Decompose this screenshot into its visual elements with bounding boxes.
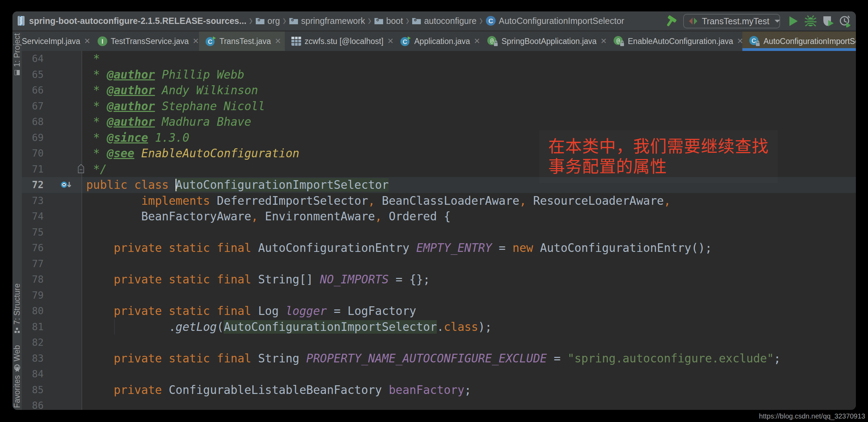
coverage-icon[interactable] [822, 11, 834, 31]
tool-window-stripe: 1: Project7: StructureWebFavorites [12, 32, 22, 410]
watermark: https://blog.csdn.net/qq_32370913 [759, 412, 865, 420]
line-number[interactable]: 84 [22, 366, 82, 382]
override-gutter-icon[interactable] [60, 179, 74, 190]
breadcrumb-item[interactable]: autoconfigure [412, 16, 477, 26]
line-number[interactable]: 81 [22, 319, 82, 335]
line-number[interactable]: 86 [22, 398, 82, 410]
code-line: 84 [22, 366, 856, 382]
code-line: 77 [22, 256, 856, 272]
line-number[interactable]: 77 [22, 256, 82, 272]
annotation-lock-icon: @ [487, 36, 498, 47]
breadcrumb-item[interactable]: org [255, 16, 280, 26]
close-icon[interactable]: ✕ [275, 37, 281, 46]
code-line: 83 private static final String PROPERTY_… [22, 351, 856, 367]
run-config-icon [688, 17, 698, 26]
editor-tab[interactable]: ITestTransService.java✕ [91, 32, 199, 51]
structure-icon [14, 327, 20, 333]
code-editor[interactable]: 64 *65 * @author Phillip Webb66 * @autho… [22, 51, 856, 410]
close-icon[interactable]: ✕ [84, 37, 90, 46]
line-number[interactable]: 70 [22, 146, 82, 161]
editor-tab[interactable]: CAutoConfigurationImportSele [742, 32, 856, 51]
breadcrumb-item[interactable]: CAutoConfigurationImportSelector [486, 16, 624, 26]
build-hammer-icon[interactable] [664, 11, 678, 31]
profiler-icon[interactable] [839, 11, 852, 31]
line-number[interactable]: 68 [22, 114, 82, 130]
line-number[interactable]: 83 [22, 351, 82, 367]
svg-text:C: C [752, 37, 756, 44]
close-icon[interactable]: ✕ [600, 37, 607, 46]
breadcrumb-separator: › [406, 12, 409, 28]
svg-text:C: C [208, 38, 213, 45]
line-number[interactable]: 75 [22, 225, 82, 240]
code-line: 76 private static final AutoConfiguratio… [22, 240, 856, 256]
line-number[interactable]: 76 [22, 240, 82, 256]
indent-guide [114, 319, 115, 335]
breadcrumb-root[interactable]: spring-boot-autoconfigure-2.1.5.RELEASE-… [26, 16, 246, 26]
project-icon [14, 70, 20, 76]
folder-icon [412, 17, 421, 25]
editor-tabs: ServiceImpl.java✕ITestTransService.java✕… [12, 32, 856, 51]
chevron-down-icon [774, 19, 780, 23]
editor-tab[interactable]: zcwfs.stu [@localhost]✕ [285, 32, 394, 51]
code-line: 66 * @author Andy Wilkinson [22, 82, 856, 98]
line-number[interactable]: 78 [22, 272, 82, 288]
svg-text:C: C [403, 38, 407, 45]
svg-text:C: C [488, 17, 493, 25]
line-number[interactable]: 85 [22, 382, 82, 398]
line-number[interactable]: 65 [22, 67, 82, 83]
tool-window-button[interactable]: 7: Structure [12, 283, 22, 333]
line-number[interactable]: 66 [22, 82, 82, 98]
code-line: 82 [22, 335, 856, 351]
editor-tab[interactable]: ServiceImpl.java✕ [12, 32, 91, 51]
class-icon: C [486, 16, 496, 26]
code-line: 80 private static final Log logger = Log… [22, 303, 856, 319]
breadcrumb-separator: › [249, 12, 253, 28]
code-line: 85 private ConfigurableListableBeanFacto… [22, 382, 856, 398]
folder-icon [255, 17, 265, 25]
table-icon [291, 36, 301, 46]
breadcrumb-item[interactable]: boot [374, 16, 403, 26]
debug-icon[interactable] [804, 11, 817, 31]
editor-tab[interactable]: @SpringBootApplication.java✕ [480, 32, 607, 51]
code-line: 79 [22, 288, 856, 304]
line-number[interactable]: 74 [22, 209, 82, 225]
breadcrumb-item[interactable]: springframework [289, 16, 365, 26]
code-line: 78 private static final String[] NO_IMPO… [22, 272, 856, 288]
run-configuration-select[interactable]: TransTest.myTest [683, 14, 780, 28]
code-line: 68 * @author Madhura Bhave [22, 114, 856, 130]
editor-tab[interactable]: @EnableAutoConfiguration.java✕ [607, 32, 742, 51]
breadcrumb-separator: › [368, 12, 371, 28]
code-line: 65 * @author Phillip Webb [22, 67, 856, 83]
code-line: 74 BeanFactoryAware, EnvironmentAware, O… [22, 209, 856, 225]
svg-text:@: @ [616, 37, 620, 44]
code-line: 64 * [22, 51, 856, 67]
line-number[interactable]: 71 [22, 161, 82, 177]
fold-marker-icon[interactable] [77, 164, 85, 174]
annotation-lock-icon: @ [613, 36, 625, 47]
folder-icon [374, 17, 383, 25]
line-number[interactable]: 64 [22, 51, 82, 67]
line-number[interactable]: 80 [22, 303, 82, 319]
text-caret [175, 179, 177, 191]
code-line: 75 [22, 225, 856, 240]
line-number[interactable]: 73 [22, 193, 82, 209]
line-number[interactable]: 79 [22, 288, 82, 304]
tool-window-button[interactable]: Favorites [12, 366, 22, 408]
line-number[interactable]: 69 [22, 130, 82, 146]
tool-window-button[interactable]: 1: Project [12, 33, 22, 76]
class-lock-icon: C [749, 36, 760, 47]
code-line: 86 [22, 398, 856, 410]
close-icon[interactable]: ✕ [474, 37, 480, 46]
close-icon[interactable]: ✕ [192, 37, 199, 46]
editor-tab[interactable]: CApplication.java✕ [394, 32, 480, 51]
close-icon[interactable]: ✕ [737, 37, 742, 46]
code-line: 67 * @author Stephane Nicoll [22, 98, 856, 114]
code-line: 81 .getLog(AutoConfigurationImportSelect… [22, 319, 856, 335]
line-number[interactable]: 67 [22, 98, 82, 114]
run-icon[interactable] [788, 11, 799, 31]
ide-window: spring-boot-autoconfigure-2.1.5.RELEASE-… [12, 11, 856, 410]
run-toolbar: TransTest.myTest [664, 11, 856, 31]
close-icon[interactable]: ✕ [387, 37, 394, 46]
editor-tab[interactable]: CTransTest.java✕ [199, 32, 285, 51]
line-number[interactable]: 82 [22, 335, 82, 351]
